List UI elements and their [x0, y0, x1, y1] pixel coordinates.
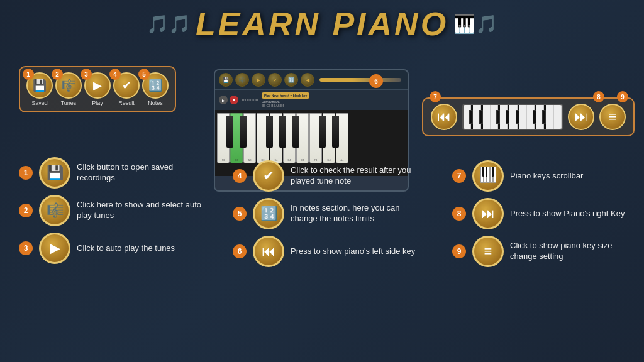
- toolbar-item-result[interactable]: 4 ✔ Result: [113, 72, 140, 106]
- num-badge-7: 7: [430, 91, 441, 102]
- tb-tunes[interactable]: 🎼: [235, 73, 249, 87]
- notes-label: Notes: [148, 100, 163, 106]
- desc-text-1: Click button to open saved recordings: [77, 162, 203, 184]
- desc-item-8: 8 ⏭ Press to show Piano's right Key: [452, 198, 631, 229]
- right-controls-area: 7 8 9 ⏮ ⏭ ≡: [422, 97, 635, 136]
- toolbar-item-play[interactable]: 3 ▶ Play: [84, 72, 111, 106]
- desc-badge-2: 2: [19, 204, 33, 217]
- desc-badge-4: 4: [233, 169, 247, 183]
- desc-text-2: Click here to show and select auto play …: [77, 200, 203, 221]
- result-label: Result: [118, 100, 135, 106]
- piano-scrollbar[interactable]: [462, 104, 563, 130]
- badge-8-top: 8: [593, 91, 604, 102]
- tb-notes[interactable]: 🔢: [284, 73, 298, 87]
- desc-badge-9: 9: [452, 244, 466, 258]
- desc-badge-3: 3: [19, 241, 33, 255]
- toolbar-item-tunes[interactable]: 2 🎼 Tunes: [55, 72, 82, 106]
- desc-text-4: Click to check the result after you play…: [291, 165, 416, 187]
- next-key-button[interactable]: ⏭: [568, 104, 594, 130]
- num-badge-6: 6: [369, 74, 383, 88]
- badge-2: 2: [52, 69, 63, 80]
- play-controls[interactable]: ▶ ⏺: [219, 96, 238, 104]
- num-badge-8: 8: [593, 91, 604, 102]
- desc-badge-5: 5: [233, 207, 247, 221]
- desc-item-5: 5 🔢 In notes section. here you can chang…: [233, 198, 416, 229]
- desc-text-9: Click to show piano key size change sett…: [510, 241, 631, 262]
- desc-item-1: 1 💾 Click button to open saved recording…: [19, 157, 203, 189]
- desc-badge-7: 7: [452, 169, 466, 183]
- badge-5: 5: [138, 69, 150, 80]
- tb-back[interactable]: ◀: [301, 73, 314, 87]
- notes-display: B5 C6 B6 A5 B5: [262, 104, 284, 107]
- left-descriptions: 1 💾 Click button to open saved recording…: [19, 157, 203, 264]
- desc-icon-2[interactable]: 🎼: [39, 195, 70, 226]
- desc-icon-4[interactable]: ✔: [253, 160, 284, 192]
- play-mini-btn[interactable]: ▶: [219, 96, 228, 104]
- tb-result[interactable]: ✔: [268, 73, 282, 87]
- desc-icon-3[interactable]: ▶: [39, 233, 70, 264]
- prev-key-button[interactable]: ⏮: [431, 104, 457, 130]
- right-descriptions: 7 Piano keys scrollbar 8 ⏭ Press to show…: [452, 160, 631, 267]
- desc-icon-6[interactable]: ⏮: [253, 236, 284, 267]
- toolbar-annotation-box: 1 💾 Saved 2 🎼 Tunes 3 ▶ Play 4 ✔ Result …: [19, 66, 176, 112]
- tunes-label: Tunes: [61, 100, 77, 106]
- desc-text-5: In notes section. here you can change th…: [291, 203, 416, 224]
- desc-text-7: Piano keys scrollbar: [510, 171, 583, 182]
- desc-text-3: Click to auto play the tunes: [77, 243, 175, 254]
- title-area: 🎵🎵 LEARN PIANO 🎹🎵: [0, 5, 644, 43]
- saved-label: Saved: [31, 100, 48, 106]
- desc-text-8: Press to show Piano's right Key: [510, 209, 625, 219]
- badge-4: 4: [109, 69, 121, 80]
- desc-item-6: 6 ⏮ Press to show piano's left side key: [233, 236, 416, 267]
- mini-keyboard-icon: [480, 167, 496, 185]
- desc-badge-6: 6: [233, 244, 247, 258]
- tb-play[interactable]: ▶: [252, 73, 265, 87]
- play-now-badge: Play Now: here # = black key: [262, 92, 309, 99]
- badge-1: 1: [23, 69, 34, 80]
- music-note-icon-left: 🎵🎵: [147, 14, 191, 35]
- desc-icon-5[interactable]: 🔢: [253, 198, 284, 229]
- desc-icon-7-scrollbar[interactable]: [472, 160, 504, 192]
- desc-item-3: 3 ▶ Click to auto play the tunes: [19, 233, 203, 264]
- result-button[interactable]: 4 ✔: [113, 72, 140, 99]
- toolbar-item-notes[interactable]: 5 🔢 Notes: [142, 72, 169, 106]
- mid-descriptions: 4 ✔ Click to check the result after you …: [233, 160, 416, 267]
- desc-badge-8: 8: [452, 207, 466, 221]
- saved-button[interactable]: 1 💾: [26, 72, 53, 99]
- play-button[interactable]: 3 ▶: [84, 72, 111, 99]
- desc-icon-8[interactable]: ⏭: [472, 198, 504, 229]
- desc-item-2: 2 🎼 Click here to show and select auto p…: [19, 195, 203, 226]
- tunes-button[interactable]: 2 🎼: [55, 72, 82, 99]
- piano-info-bar: ▶ ⏺ 0:00:0.00 Play Now: here # = black k…: [215, 90, 408, 110]
- app-title: LEARN PIANO: [196, 5, 448, 43]
- desc-item-9: 9 ≡ Click to show piano key size change …: [452, 236, 631, 267]
- desc-badge-1: 1: [19, 166, 33, 180]
- music-note-icon-right: 🎹🎵: [453, 14, 497, 35]
- settings-button[interactable]: ≡: [599, 104, 626, 130]
- time-display: 0:00:0.00: [242, 98, 258, 102]
- desc-item-4: 4 ✔ Click to check the result after you …: [233, 160, 416, 192]
- tb-saved[interactable]: 💾: [219, 73, 233, 87]
- notes-button[interactable]: 5 🔢: [142, 72, 169, 99]
- num-badge-9: 9: [617, 91, 628, 102]
- toolbar-item-saved[interactable]: 1 💾 Saved: [26, 72, 53, 106]
- desc-icon-9[interactable]: ≡: [472, 236, 504, 267]
- record-btn[interactable]: ⏺: [230, 96, 238, 104]
- desc-text-6: Press to show piano's left side key: [291, 246, 415, 257]
- badge-7-top: 7: [430, 91, 441, 102]
- desc-item-7: 7 Piano keys scrollbar: [452, 160, 631, 192]
- play-label: Play: [92, 100, 103, 106]
- badge-6-arrow: 6: [369, 74, 383, 88]
- desc-icon-1[interactable]: 💾: [39, 157, 70, 189]
- badge-9-top: 9: [617, 91, 628, 102]
- badge-3: 3: [80, 69, 92, 80]
